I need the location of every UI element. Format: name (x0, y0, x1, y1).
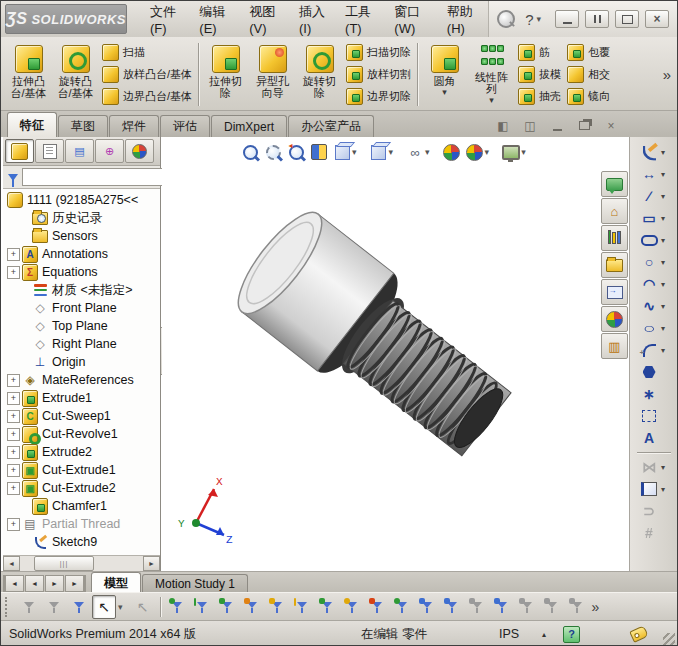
zoom-to-area-button[interactable] (263, 142, 283, 162)
scroll-left-icon[interactable]: ◄ (3, 556, 20, 571)
tree-item-equations[interactable]: Σ Equations (7, 263, 160, 281)
tree-item-sketch9[interactable]: Sketch9 (7, 533, 160, 551)
dropdown-icon[interactable]: ▾ (661, 346, 669, 355)
tree-item-partial-thread[interactable]: ▤ Partial Thread (7, 515, 160, 533)
wrap-button[interactable]: 包覆 (564, 42, 613, 64)
filter-axes-button[interactable] (290, 595, 314, 619)
view-orientation-button[interactable]: ▾ (332, 142, 366, 162)
expand-toggle-icon[interactable] (7, 392, 20, 405)
tree-item-annotations[interactable]: A Annotations (7, 245, 160, 263)
tree-horizontal-scrollbar[interactable]: ◄ ||| ► (3, 555, 160, 571)
menu-window[interactable]: 窗口(W) (385, 0, 437, 40)
toolbar-drag-handle[interactable] (5, 597, 11, 617)
dropdown-icon[interactable]: ▾ (661, 485, 669, 494)
minimize-button[interactable] (555, 10, 579, 28)
tree-root-part[interactable]: 1111 (92185A275<< (7, 191, 160, 209)
mirror-button[interactable]: 镜向 (564, 86, 613, 108)
help-dropdown-icon[interactable]: ▾ (536, 14, 541, 24)
line-button[interactable]: ∕▾ (630, 185, 678, 207)
tree-item-cut-extrude1[interactable]: ▣ Cut-Extrude1 (7, 461, 160, 479)
menu-insert[interactable]: 插入(I) (290, 0, 336, 40)
help-icon[interactable]: ? (525, 11, 533, 28)
tree-item-cut-extrude2[interactable]: ▣ Cut-Extrude2 (7, 479, 160, 497)
close-button[interactable]: × (645, 10, 669, 28)
search-pin-icon[interactable] (497, 10, 515, 28)
revolved-boss-button[interactable]: 旋转凸 台/基体 (52, 41, 99, 109)
dropdown-icon[interactable]: ▾ (661, 236, 669, 245)
dropdown-icon[interactable]: ▾ (661, 302, 669, 311)
display-relations-button[interactable]: # (630, 522, 678, 544)
dropdown-icon[interactable]: ▾ (661, 170, 669, 179)
filter-notes-button[interactable] (515, 595, 539, 619)
tab-weldments[interactable]: 焊件 (109, 115, 159, 137)
filter-planes-button[interactable] (315, 595, 339, 619)
feature-manager-tab[interactable] (5, 139, 34, 163)
revolved-cut-button[interactable]: 旋转切 除 (296, 41, 343, 109)
lofted-cut-button[interactable]: 放样切割 (343, 64, 414, 86)
menu-help[interactable]: 帮助(H) (438, 0, 488, 40)
trim-entities-button[interactable] (630, 405, 678, 427)
expand-toggle-icon[interactable] (7, 446, 20, 459)
circle-button[interactable]: ○▾ (630, 251, 678, 273)
ribbon-overflow-button[interactable]: » (659, 66, 675, 83)
property-manager-tab[interactable] (35, 139, 64, 163)
filter-annotations-button[interactable] (490, 595, 514, 619)
filter-edges-button[interactable] (190, 595, 214, 619)
hole-wizard-button[interactable]: 异型孔 向导 (249, 41, 296, 109)
text-button[interactable]: A (630, 427, 678, 449)
polygon-button[interactable] (630, 361, 678, 383)
tab-dimxpert[interactable]: DimXpert (211, 115, 287, 137)
doc-window-left-icon[interactable]: ◧ (493, 118, 513, 133)
view-palette-button[interactable] (601, 279, 628, 305)
linear-pattern-button[interactable]: 线性阵 列 ▾ (468, 41, 515, 109)
expand-toggle-icon[interactable] (7, 482, 20, 495)
swept-cut-button[interactable]: 扫描切除 (343, 42, 414, 64)
tree-item-top-plane[interactable]: ◇ Top Plane (7, 317, 160, 335)
next-tab-icon[interactable]: ► (45, 575, 64, 592)
tree-item-history[interactable]: 历史记录 (7, 209, 160, 227)
tree-item-cut-revolve1[interactable]: Cut-Revolve1 (7, 425, 160, 443)
spline-button[interactable]: ∿▾ (630, 295, 678, 317)
display-style-button[interactable]: ▾ (369, 142, 403, 162)
previous-view-button[interactable] (286, 142, 306, 162)
tree-item-extrude1[interactable]: Extrude1 (7, 389, 160, 407)
expand-toggle-icon[interactable] (7, 428, 20, 441)
filter-vertices-button[interactable] (165, 595, 189, 619)
edit-appearance-button[interactable] (442, 142, 462, 162)
dropdown-icon[interactable]: ▾ (485, 147, 490, 157)
tab-features[interactable]: 特征 (7, 112, 57, 137)
scrollbar-thumb[interactable]: ||| (34, 556, 94, 571)
design-library-button[interactable] (601, 225, 628, 251)
dropdown-icon[interactable]: ▾ (661, 258, 669, 267)
filter-weld-beads-button[interactable] (540, 595, 564, 619)
custom-properties-button[interactable]: ▥ (601, 333, 628, 359)
dropdown-icon[interactable]: ▾ (661, 214, 669, 223)
last-tab-icon[interactable]: ► (65, 575, 86, 592)
ellipse-button[interactable]: ○▾ (630, 317, 678, 339)
swept-boss-button[interactable]: 扫描 (99, 42, 195, 64)
doc-restore-button[interactable] (574, 118, 594, 133)
select-button[interactable]: ↖ (92, 595, 116, 619)
menu-view[interactable]: 视图(V) (240, 0, 290, 40)
toggle-filters-button[interactable] (17, 595, 41, 619)
unit-system-label[interactable]: IPS (499, 627, 519, 641)
lasso-select-button[interactable]: ↖ (131, 595, 155, 619)
filter-faces-button[interactable] (215, 595, 239, 619)
tree-item-material[interactable]: 材质 <未指定> (7, 281, 160, 299)
expand-toggle-icon[interactable] (7, 248, 20, 261)
offset-entities-button[interactable]: ⊃ (630, 500, 678, 522)
doc-minimize-button[interactable] (547, 118, 567, 133)
extruded-cut-button[interactable]: 拉伸切 除 (202, 41, 249, 109)
expand-toggle-icon[interactable] (7, 464, 20, 477)
dropdown-icon[interactable]: ▾ (661, 280, 669, 289)
filter-toolbar-overflow-button[interactable]: » (592, 599, 600, 615)
select-all-filters-button[interactable] (67, 595, 91, 619)
filter-sketch-segments-button[interactable] (365, 595, 389, 619)
dropdown-icon[interactable]: ▾ (661, 324, 669, 333)
tab-office-products[interactable]: 办公室产品 (288, 115, 374, 137)
doc-close-button[interactable]: × (601, 118, 621, 133)
expand-toggle-icon[interactable] (7, 410, 20, 423)
tags-icon[interactable] (629, 625, 649, 643)
maximize-button[interactable] (615, 10, 639, 28)
menu-file[interactable]: 文件(F) (141, 0, 190, 40)
